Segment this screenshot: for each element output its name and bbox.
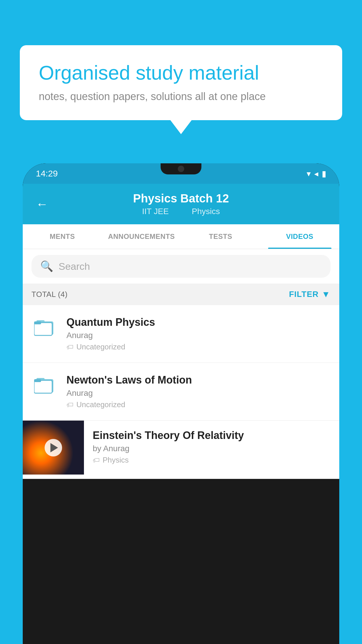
filter-button[interactable]: FILTER ▼: [289, 289, 331, 299]
search-bar[interactable]: 🔍 Search: [31, 255, 331, 278]
item-author: Anurag: [66, 331, 331, 340]
item-author: by Anurag: [93, 444, 331, 453]
filter-icon: ▼: [321, 289, 331, 299]
tag-icon: 🏷: [93, 456, 100, 464]
subtitle-separator: [178, 207, 185, 216]
tab-tests[interactable]: TESTS: [181, 224, 260, 249]
bubble-title: Organised study material: [39, 61, 323, 84]
camera-icon: [178, 166, 184, 172]
item-title: Newton's Laws of Motion: [66, 374, 331, 386]
item-author: Anurag: [66, 388, 331, 398]
signal-icon: ◂: [314, 169, 318, 178]
play-button[interactable]: [45, 439, 62, 456]
tag-text: Physics: [103, 456, 129, 465]
app-header: ← Physics Batch 12 IIT JEE Physics: [23, 184, 339, 224]
list-container: Quantum Physics Anurag 🏷 Uncategorized: [23, 305, 339, 479]
svg-rect-6: [34, 380, 52, 393]
folder-icon: [34, 318, 55, 337]
search-icon: 🔍: [40, 260, 53, 272]
svg-rect-2: [34, 323, 52, 335]
subtitle-physics: Physics: [192, 207, 220, 216]
folder-icon: [34, 376, 55, 394]
thumb-item-content: Einstein's Theory Of Relativity by Anura…: [84, 421, 339, 473]
status-time: 14:29: [36, 169, 58, 178]
wifi-icon: ▾: [307, 169, 311, 178]
total-count: TOTAL (4): [31, 290, 68, 299]
phone-inner: 14:29 ▾ ◂ ▮ ← Physics Batch 12 IIT JEE P…: [23, 163, 339, 644]
item-tag: 🏷 Uncategorized: [66, 342, 331, 351]
notch: [161, 163, 201, 174]
list-item[interactable]: Newton's Laws of Motion Anurag 🏷 Uncateg…: [23, 363, 339, 421]
tab-announcements[interactable]: ANNOUNCEMENTS: [102, 224, 181, 249]
status-bar: 14:29 ▾ ◂ ▮: [23, 163, 339, 184]
item-tag: 🏷 Uncategorized: [66, 400, 331, 409]
search-container: 🔍 Search: [23, 249, 339, 284]
tag-text: Uncategorized: [76, 400, 125, 409]
folder-icon-wrapper: [31, 374, 58, 394]
tag-icon: 🏷: [66, 401, 73, 409]
bubble-subtitle: notes, question papers, solutions all at…: [39, 90, 323, 103]
header-subtitle: IIT JEE Physics: [139, 207, 224, 216]
speech-bubble: Organised study material notes, question…: [20, 45, 342, 120]
item-content: Newton's Laws of Motion Anurag 🏷 Uncateg…: [66, 374, 331, 409]
video-thumbnail: [23, 421, 84, 475]
list-item[interactable]: Quantum Physics Anurag 🏷 Uncategorized: [23, 305, 339, 363]
tag-icon: 🏷: [66, 343, 73, 351]
battery-icon: ▮: [322, 169, 326, 178]
back-button[interactable]: ←: [36, 197, 48, 211]
status-icons: ▾ ◂ ▮: [307, 169, 326, 178]
filter-bar: TOTAL (4) FILTER ▼: [23, 284, 339, 305]
svg-rect-7: [34, 379, 41, 382]
tag-text: Uncategorized: [76, 342, 125, 351]
item-title: Quantum Physics: [66, 316, 331, 328]
phone-frame: 14:29 ▾ ◂ ▮ ← Physics Batch 12 IIT JEE P…: [23, 163, 339, 644]
tabs-bar: MENTS ANNOUNCEMENTS TESTS VIDEOS: [23, 224, 339, 249]
item-title: Einstein's Theory Of Relativity: [93, 429, 331, 442]
play-icon: [50, 443, 58, 452]
tab-videos[interactable]: VIDEOS: [260, 224, 340, 249]
folder-icon-wrapper: [31, 316, 58, 337]
tab-ments[interactable]: MENTS: [23, 224, 102, 249]
svg-rect-3: [34, 321, 41, 324]
speech-bubble-section: Organised study material notes, question…: [20, 45, 342, 120]
item-content: Quantum Physics Anurag 🏷 Uncategorized: [66, 316, 331, 351]
subtitle-iitjee: IIT JEE: [142, 207, 169, 216]
search-input[interactable]: Search: [59, 261, 90, 272]
item-tag: 🏷 Physics: [93, 456, 331, 465]
list-item-thumb[interactable]: Einstein's Theory Of Relativity by Anura…: [23, 421, 339, 479]
header-title: Physics Batch 12: [133, 192, 229, 205]
